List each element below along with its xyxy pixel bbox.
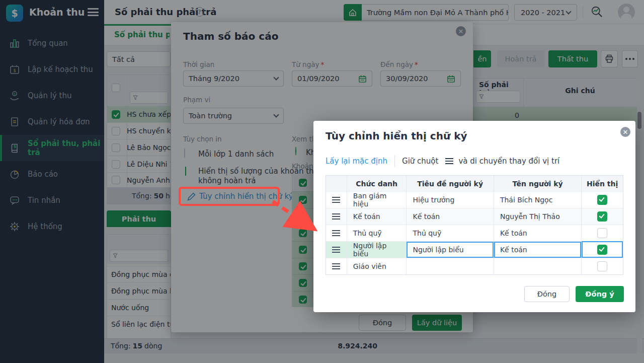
sign-title-cell[interactable]: Thủ quỹ — [407, 225, 494, 241]
drag-handle-icon — [445, 158, 453, 164]
close-icon[interactable]: ✕ — [620, 127, 630, 137]
visible-checkbox[interactable] — [597, 261, 607, 271]
signature-toolbar: Lấy lại mặc định Giữ chuột và di chuyển … — [326, 154, 559, 168]
role-cell[interactable]: Giáo viên — [347, 258, 407, 274]
signer-cell — [494, 241, 582, 258]
signature-row-editing: Người lập biểu — [326, 241, 623, 258]
sign-title-cell[interactable]: Kế toán — [407, 208, 494, 225]
drag-handle[interactable] — [326, 258, 347, 274]
annotation-arrow — [252, 197, 332, 238]
sign-title-cell[interactable]: Hiệu trưởng — [407, 191, 494, 208]
role-cell[interactable]: Kế toán — [347, 208, 407, 225]
drag-handle-icon — [332, 197, 340, 203]
sign-title-cell[interactable] — [407, 258, 494, 274]
visible-checkbox[interactable] — [597, 195, 607, 205]
signature-row: Thủ quỹ Thủ quỹ Kế toán — [326, 225, 623, 241]
signer-cell[interactable]: Nguyễn Thị Thảo — [494, 208, 582, 225]
col-header-signer: Tên người ký — [494, 176, 582, 191]
visible-cell — [582, 241, 623, 258]
close-button[interactable]: Đóng — [524, 286, 570, 302]
col-header-role: Chức danh — [347, 176, 407, 191]
signature-row: Giáo viên — [326, 258, 623, 274]
visible-checkbox[interactable] — [597, 211, 607, 222]
signer-cell[interactable]: Kế toán — [494, 225, 582, 241]
reset-default-link[interactable]: Lấy lại mặc định — [326, 157, 387, 166]
role-cell[interactable]: Ban giám hiệu — [347, 191, 407, 208]
drag-handle-icon — [332, 230, 340, 236]
col-header-visible: Hiển thị — [582, 176, 623, 191]
visible-cell — [582, 191, 623, 208]
drag-handle-icon — [332, 247, 340, 253]
signer-cell[interactable]: Thái Bích Ngọc — [494, 191, 582, 208]
visible-checkbox[interactable] — [597, 228, 607, 238]
visible-cell — [582, 225, 623, 241]
signature-row: Ban giám hiệu Hiệu trưởng Thái Bích Ngọc — [326, 191, 623, 208]
role-cell[interactable]: Người lập biểu — [347, 241, 407, 258]
handle-col-header — [326, 176, 347, 191]
visible-checkbox[interactable] — [597, 245, 607, 255]
signer-input[interactable] — [494, 242, 581, 258]
signature-modal: Tùy chỉnh hiển thị chữ ký ✕ Lấy lại mặc … — [313, 121, 635, 312]
role-cell[interactable]: Thủ quỹ — [347, 225, 407, 241]
signature-table: Chức danh Tiêu đề người ký Tên người ký … — [326, 175, 623, 275]
signer-cell[interactable] — [494, 258, 582, 274]
modal-title: Tùy chỉnh hiển thị chữ ký — [326, 130, 467, 142]
toolbar-divider — [394, 155, 395, 167]
hint-text: và di chuyển thay đổi vị trí — [458, 157, 559, 166]
visible-cell — [582, 258, 623, 274]
drag-handle-icon — [332, 263, 340, 269]
table-header-row: Chức danh Tiêu đề người ký Tên người ký … — [326, 176, 623, 191]
sign-title-cell — [407, 241, 494, 258]
drag-handle[interactable] — [326, 241, 347, 258]
app-screen: $ Khoản thu Tổng quan $ Lập kế hoạch thu… — [0, 0, 644, 363]
agree-button[interactable]: Đồng ý — [576, 286, 624, 302]
drag-handle-icon — [332, 213, 340, 220]
col-header-sign-title: Tiêu đề người ký — [407, 176, 494, 191]
sign-title-input[interactable] — [407, 242, 493, 258]
signature-row: Kế toán Kế toán Nguyễn Thị Thảo — [326, 208, 623, 225]
visible-cell — [582, 208, 623, 225]
hint-text: Giữ chuột — [402, 157, 438, 166]
